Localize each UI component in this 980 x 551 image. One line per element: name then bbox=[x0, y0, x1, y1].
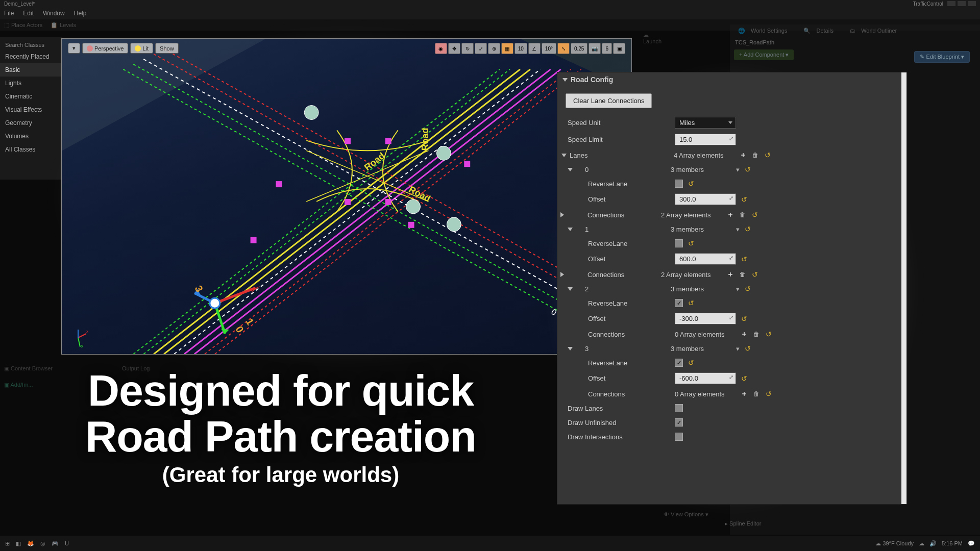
start-button[interactable]: ⊞ bbox=[5, 540, 10, 547]
svg-point-25 bbox=[406, 199, 421, 214]
vp-perspective-button[interactable]: Perspective bbox=[82, 43, 128, 54]
lane-1-header[interactable]: 1 bbox=[576, 226, 671, 233]
lane-1-reverse-checkbox[interactable] bbox=[675, 239, 683, 247]
tab-world-settings[interactable]: 🌐 World Settings bbox=[734, 27, 795, 35]
lane-2-reverse-checkbox[interactable] bbox=[675, 299, 683, 307]
lane-0-reverse-checkbox[interactable] bbox=[675, 180, 683, 188]
lane-3-header[interactable]: 3 bbox=[576, 345, 671, 353]
road-intersection-view: Road Road Road 0 1 2 3 3 0 1 bbox=[62, 39, 631, 354]
close-button[interactable] bbox=[968, 1, 976, 6]
add-icon[interactable]: ＋ bbox=[740, 330, 748, 338]
task-icon[interactable]: ◎ bbox=[40, 540, 45, 547]
lane-0-offset-input[interactable]: 300.0 bbox=[675, 193, 736, 205]
add-import-button[interactable]: ▣ Add/Im... bbox=[4, 382, 33, 388]
reset-icon[interactable]: ↺ bbox=[751, 211, 759, 219]
vp-show-button[interactable]: Show bbox=[155, 43, 179, 54]
vp-maximize[interactable]: ▣ bbox=[613, 43, 625, 54]
reset-icon[interactable]: ↺ bbox=[687, 359, 695, 367]
place-actors-btn[interactable]: ⬚ Place Actors bbox=[4, 22, 42, 29]
lane-0-conn-label[interactable]: Connections bbox=[567, 211, 661, 219]
vp-camera-speed-icon[interactable]: 📷 bbox=[589, 43, 601, 54]
trash-icon[interactable]: 🗑 bbox=[752, 330, 761, 338]
clear-lanes-icon[interactable]: 🗑 bbox=[751, 151, 760, 159]
reset-icon[interactable]: ↺ bbox=[744, 225, 752, 233]
task-icon[interactable]: U bbox=[65, 540, 69, 546]
reset-icon[interactable]: ↺ bbox=[740, 195, 748, 204]
maximize-button[interactable] bbox=[958, 1, 966, 6]
menu-help[interactable]: Help bbox=[74, 10, 87, 17]
reset-icon[interactable]: ↺ bbox=[740, 255, 748, 263]
vp-angle-size[interactable]: 10° bbox=[542, 43, 556, 54]
vp-coord-mode[interactable]: ⊕ bbox=[488, 43, 500, 54]
menu-window[interactable]: Window bbox=[43, 10, 65, 17]
vp-translate-mode[interactable]: ✥ bbox=[448, 43, 460, 54]
lanes-label[interactable]: Lanes bbox=[570, 152, 674, 159]
menu-edit[interactable]: Edit bbox=[23, 10, 34, 17]
tab-details[interactable]: 🔍 Details bbox=[799, 27, 842, 35]
reset-icon[interactable]: ↺ bbox=[687, 299, 695, 307]
viewport[interactable]: ▾ Perspective Lit Show ◉ ✥ ↻ ⤢ ⊕ ▦ 10 ∠ … bbox=[61, 38, 632, 355]
reset-icon[interactable]: ↺ bbox=[740, 315, 748, 323]
vp-scale-mode[interactable]: ⤢ bbox=[475, 43, 487, 54]
vp-snap-scale[interactable]: ⤡ bbox=[557, 43, 570, 54]
vp-rotate-mode[interactable]: ↻ bbox=[461, 43, 474, 54]
trash-icon[interactable]: 🗑 bbox=[739, 270, 747, 279]
reset-icon[interactable]: ↺ bbox=[744, 285, 752, 293]
trash-icon[interactable]: 🗑 bbox=[739, 211, 747, 219]
add-icon[interactable]: ＋ bbox=[726, 270, 734, 279]
reset-icon[interactable]: ↺ bbox=[687, 180, 695, 188]
launch-button[interactable]: ☁Launch bbox=[643, 32, 662, 44]
selected-actor[interactable]: TCS_RoadPath bbox=[730, 37, 980, 47]
add-lane-icon[interactable]: ＋ bbox=[739, 151, 747, 159]
vp-select-mode[interactable]: ◉ bbox=[435, 43, 447, 54]
vp-snap-angle[interactable]: ∠ bbox=[528, 43, 541, 54]
vp-snap-grid[interactable]: ▦ bbox=[501, 43, 513, 54]
reset-icon[interactable]: ↺ bbox=[740, 374, 748, 383]
vp-menu-button[interactable]: ▾ bbox=[68, 43, 80, 54]
draw-lanes-checkbox[interactable] bbox=[675, 404, 683, 412]
spline-editor-header[interactable]: ▸ Spline Editor bbox=[725, 520, 761, 527]
speed-unit-dropdown[interactable]: Miles bbox=[675, 117, 736, 129]
add-component-button[interactable]: + Add Component ▾ bbox=[734, 49, 794, 60]
levels-btn[interactable]: 📋 Levels bbox=[51, 22, 76, 29]
road-config-header[interactable]: Road Config bbox=[557, 72, 906, 87]
menu-file[interactable]: File bbox=[4, 10, 14, 17]
reset-icon[interactable]: ↺ bbox=[765, 330, 773, 338]
reset-icon[interactable]: ↺ bbox=[687, 239, 695, 247]
task-icon[interactable]: 🦊 bbox=[27, 540, 34, 547]
reset-lanes-icon[interactable]: ↺ bbox=[764, 151, 772, 159]
draw-unfinished-checkbox[interactable] bbox=[675, 418, 683, 427]
clock[interactable]: 5:16 PM bbox=[942, 540, 963, 546]
reset-icon[interactable]: ↺ bbox=[751, 270, 759, 279]
add-icon[interactable]: ＋ bbox=[740, 390, 748, 398]
vp-camera-speed[interactable]: 6 bbox=[602, 43, 612, 54]
vp-lit-button[interactable]: Lit bbox=[130, 43, 153, 54]
clear-lane-connections-button[interactable]: Clear Lane Connections bbox=[566, 93, 652, 108]
tray-icon[interactable]: ☁ bbox=[919, 540, 924, 547]
lane-1-offset-input[interactable]: 600.0 bbox=[675, 253, 736, 265]
add-icon[interactable]: ＋ bbox=[726, 211, 734, 219]
lane-2-header[interactable]: 2 bbox=[576, 285, 671, 293]
lane-3-reverse-checkbox[interactable] bbox=[675, 359, 683, 367]
edit-blueprint-button[interactable]: ✎ Edit Blueprint ▾ bbox=[914, 51, 970, 63]
trash-icon[interactable]: 🗑 bbox=[752, 390, 761, 398]
task-icon[interactable]: 🎮 bbox=[52, 540, 59, 547]
scrollbar[interactable] bbox=[901, 72, 906, 504]
draw-intersections-checkbox[interactable] bbox=[675, 433, 683, 441]
svg-line-9 bbox=[205, 69, 571, 354]
notifications-icon[interactable]: 💬 bbox=[968, 540, 975, 547]
task-icon[interactable]: ◧ bbox=[16, 540, 21, 547]
lane-3-offset-input[interactable]: -600.0 bbox=[675, 372, 736, 384]
minimize-button[interactable] bbox=[947, 1, 955, 6]
tray-icon[interactable]: 🔊 bbox=[929, 540, 937, 547]
lane-2-offset-input[interactable]: -300.0 bbox=[675, 313, 736, 324]
reset-icon[interactable]: ↺ bbox=[765, 390, 773, 398]
tab-world-outliner[interactable]: 🗂 World Outliner bbox=[846, 27, 905, 35]
reset-icon[interactable]: ↺ bbox=[744, 344, 752, 353]
speed-limit-input[interactable]: 15.0 bbox=[675, 134, 736, 145]
weather-widget[interactable]: ☁ 39°F Cloudy bbox=[875, 540, 914, 547]
reset-icon[interactable]: ↺ bbox=[744, 165, 752, 173]
lane-0-header[interactable]: 0 bbox=[576, 166, 671, 173]
vp-grid-size[interactable]: 10 bbox=[514, 43, 527, 54]
vp-scale-size[interactable]: 0.25 bbox=[571, 43, 587, 54]
